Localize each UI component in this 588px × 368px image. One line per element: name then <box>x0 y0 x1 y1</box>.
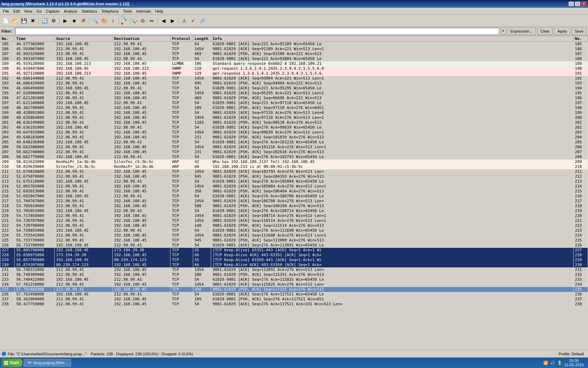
table-row[interactable]: 21050.829639000SilexTec_c5:3b:5cHonHaiPr… <box>0 164 588 169</box>
table-row[interactable]: 23758.362004000212.98.99.41192.168.100.4… <box>0 297 588 302</box>
filter-btn[interactable]: 🔍 <box>91 16 99 25</box>
table-row[interactable]: 18645.593067000212.98.99.41192.168.100.4… <box>0 47 588 52</box>
clear-button[interactable]: Clear <box>537 28 553 35</box>
table-row[interactable]: 19045.919447000192.168.100.45192.168.100… <box>0 66 588 71</box>
table-row[interactable]: 22655.733788000192.168.100.45212.98.99.4… <box>0 243 588 248</box>
table-row[interactable]: 22555.733739000212.98.99.41192.168.100.4… <box>0 238 588 243</box>
table-row[interactable]: 21953.705053000192.168.100.45212.98.99.4… <box>0 209 588 213</box>
new-capture-btn[interactable]: 📄 <box>1 16 10 25</box>
table-row[interactable]: 21251.675070000212.98.99.41192.168.100.4… <box>0 174 588 179</box>
resize-panes-btn[interactable]: ⇔ <box>148 16 156 25</box>
table-row[interactable]: 19747.621349000192.168.100.45212.98.99.4… <box>0 101 588 105</box>
table-row[interactable]: 20650.662508000212.98.99.41192.168.100.4… <box>0 145 588 150</box>
table-row[interactable]: 20349.647933000212.98.99.41192.168.100.4… <box>0 130 588 135</box>
table-row[interactable]: 22254.720790000212.98.99.41192.168.100.4… <box>0 223 588 228</box>
zoom-normal-btn[interactable]: ⊙ <box>139 16 147 25</box>
maximize-button[interactable]: □ <box>575 1 580 6</box>
table-row[interactable]: 23657.761498000192.168.100.45212.98.99.4… <box>0 292 588 297</box>
table-row[interactable]: 19246.606144000212.98.99.41192.168.100.4… <box>0 76 588 81</box>
menu-view[interactable]: View <box>22 8 35 14</box>
menu-tools[interactable]: Tools <box>121 8 134 14</box>
expert-info-btn[interactable]: ⚠ <box>180 16 188 25</box>
stop-capture-btn[interactable]: ■ <box>70 16 78 25</box>
table-row[interactable]: 18745.993329000212.98.99.41192.168.100.4… <box>0 52 588 56</box>
table-row[interactable]: 23557.761466000212.98.99.41192.168.100.4… <box>0 287 588 292</box>
close-button[interactable]: ✕ <box>581 1 587 6</box>
packet-list-scroll[interactable]: No. Time Source Destination Protocol Len… <box>0 36 588 350</box>
col-dest[interactable]: Destination <box>112 36 170 42</box>
table-row[interactable]: 22855.830975000173.194.39.30192.168.100.… <box>0 253 588 258</box>
menu-capture[interactable]: Capture <box>44 8 62 14</box>
menu-internals[interactable]: Internals <box>134 8 153 14</box>
table-row[interactable]: 20750.662740000212.98.99.41192.168.100.4… <box>0 150 588 155</box>
table-row[interactable]: 23858.427759000212.98.99.41192.168.100.4… <box>0 302 588 307</box>
col-proto[interactable]: Protocol <box>170 36 193 42</box>
table-row[interactable]: 23356.748422000192.168.100.45212.98.99.4… <box>0 277 588 282</box>
capture-options-btn[interactable]: ⚙ <box>49 16 58 25</box>
menu-go[interactable]: Go <box>34 8 44 14</box>
table-row[interactable]: 21853.705019000212.98.99.41192.168.100.4… <box>0 204 588 209</box>
table-row[interactable]: 21753.704767000212.98.99.41192.168.100.4… <box>0 199 588 204</box>
col-time[interactable]: Time <box>15 36 55 42</box>
col-len[interactable]: Length <box>193 36 211 42</box>
close-capture-btn[interactable]: ✖ <box>29 16 37 25</box>
save-button[interactable]: Save <box>572 28 587 35</box>
menu-edit[interactable]: Edit <box>11 8 22 14</box>
start-capture-btn[interactable]: ▶ <box>61 16 69 25</box>
filter-input[interactable] <box>15 28 499 35</box>
wireup-btn[interactable]: 🔗 <box>198 16 206 25</box>
forward-btn[interactable]: ▶ <box>168 16 177 25</box>
checksum-btn[interactable]: ✓ <box>189 16 197 25</box>
table-row[interactable]: 20950.822633000HonHaiPr_1a:3b:4bSilexTec… <box>0 159 588 164</box>
zoom-out-btn[interactable]: 🔍- <box>130 16 138 25</box>
table-row[interactable]: 18845.993387000192.168.100.45212.98.99.4… <box>0 56 588 61</box>
table-row[interactable]: 21452.001765000212.98.99.41192.168.100.4… <box>0 184 588 189</box>
table-row[interactable]: 20449.648183000212.98.99.41192.168.100.4… <box>0 135 588 140</box>
restart-btn[interactable]: ↺ <box>79 16 88 25</box>
table-row[interactable]: 22354.720855000192.168.100.45212.98.99.4… <box>0 228 588 233</box>
back-btn[interactable]: ◀ <box>159 16 168 25</box>
table-row[interactable]: 22154.720787000212.98.99.41192.168.100.4… <box>0 218 588 223</box>
col-no-right[interactable]: No. <box>573 36 588 42</box>
save-btn[interactable]: 💾 <box>20 16 28 25</box>
table-row[interactable]: 23457.761218000212.98.99.41192.168.100.4… <box>0 282 588 287</box>
table-row[interactable]: 22054.717850000212.98.99.41192.168.100.4… <box>0 213 588 218</box>
col-info[interactable]: Info <box>211 36 573 42</box>
minimize-button[interactable]: ─ <box>568 1 574 6</box>
table-row[interactable]: 18945.919128000192.168.100.213192.168.10… <box>0 61 588 66</box>
col-source[interactable]: Source <box>55 36 113 42</box>
table-row[interactable]: 22755.805790000192.168.100.45173.194.39.… <box>0 248 588 253</box>
table-row[interactable]: 18544.577382000192.168.100.45212.98.99.4… <box>0 42 588 47</box>
table-row[interactable]: 22455.733541000212.98.99.41192.168.100.4… <box>0 233 588 238</box>
autoscroll-btn[interactable]: ↕ <box>109 16 117 25</box>
taskbar-wireshark-app[interactable]: 🦈 fang.pcapng [Wire... <box>24 359 71 367</box>
menu-help[interactable]: Help <box>153 8 165 14</box>
table-row[interactable]: 19145.927110000192.168.100.213192.168.10… <box>0 71 588 76</box>
menu-analyze[interactable]: Analyze <box>62 8 79 14</box>
menu-telephony[interactable]: Telephony <box>99 8 121 14</box>
table-row[interactable]: 21652.692047000192.168.100.45212.98.99.4… <box>0 194 588 199</box>
table-row[interactable]: 20048.635864000212.98.99.41192.168.100.4… <box>0 115 588 120</box>
table-row[interactable]: 20148.636149000212.98.99.41192.168.100.4… <box>0 120 588 125</box>
table-row[interactable]: 21151.674818000212.98.99.41192.168.100.4… <box>0 169 588 174</box>
table-row[interactable]: 21552.692013000212.98.99.41192.168.100.4… <box>0 189 588 194</box>
start-button[interactable]: ⊞ Start <box>1 359 22 367</box>
table-row[interactable]: 19948.428091000212.98.99.41192.168.100.4… <box>0 110 588 115</box>
table-row[interactable]: 20850.662779000192.168.100.45212.98.99.4… <box>0 155 588 159</box>
zoom-in-btn[interactable]: 🔍+ <box>120 16 129 25</box>
reload-btn[interactable]: 🔄 <box>40 16 49 25</box>
table-row[interactable]: 19647.621281000212.98.99.41192.168.100.4… <box>0 96 588 101</box>
table-row[interactable]: 19346.606429000212.98.99.41192.168.100.4… <box>0 81 588 86</box>
table-row[interactable]: 19547.620000000212.98.99.41192.168.100.4… <box>0 91 588 96</box>
table-row[interactable]: 19446.606494000192.168.100.45212.98.99.4… <box>0 86 588 91</box>
menu-file[interactable]: File <box>1 8 11 14</box>
table-row[interactable]: 20248.636191000192.168.100.45212.98.99.4… <box>0 125 588 130</box>
table-row[interactable]: 21351.675110000192.168.100.45212.98.99.4… <box>0 179 588 184</box>
col-no[interactable]: No. <box>0 36 15 42</box>
table-row[interactable]: 19848.361700000212.98.99.41192.168.100.4… <box>0 105 588 110</box>
expression-button[interactable]: Expression... <box>507 28 536 35</box>
table-row[interactable]: 23256.748389000212.98.99.41192.168.100.4… <box>0 272 588 277</box>
menu-statistics[interactable]: Statistics <box>79 8 99 14</box>
table-row[interactable]: 23156.748152000212.98.99.41192.168.100.4… <box>0 267 588 272</box>
table-row[interactable]: 20549.648236000192.168.100.45212.98.99.4… <box>0 140 588 145</box>
